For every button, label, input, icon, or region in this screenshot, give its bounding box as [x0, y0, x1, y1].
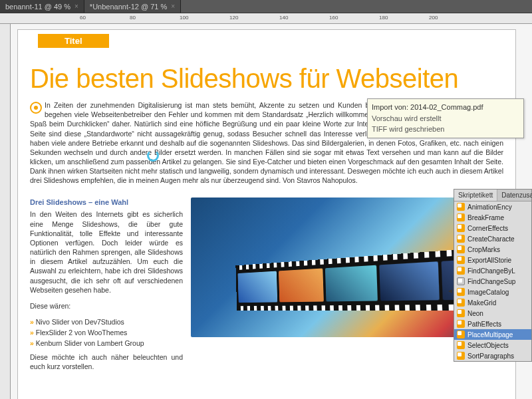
script-icon: [457, 203, 465, 211]
script-icon: [457, 245, 465, 253]
tab-label: benannt-11 @ 49 %: [5, 3, 70, 11]
script-icon: [457, 341, 465, 349]
ruler-tick: 80: [130, 15, 136, 21]
bullet-list: Nivo Slider von Dev7Studios FlexSlider 2…: [30, 317, 183, 348]
tooltip-title: Import von: 2014-02_Commag.pdf: [372, 102, 519, 113]
script-item[interactable]: FindChangeSup: [454, 276, 531, 287]
script-label: CreateCharacte: [467, 235, 515, 243]
tab-label: *Unbenannt-12 @ 71 %: [90, 3, 167, 11]
script-item[interactable]: CropMarks: [454, 244, 531, 255]
script-item[interactable]: SortParagraphs: [454, 350, 531, 361]
list-item: FlexSlider 2 von WooThemes: [30, 328, 183, 337]
script-item[interactable]: ImageCatalog: [454, 287, 531, 297]
ruler-tick: 180: [379, 15, 388, 21]
panel-tabs: Skriptetikett Datenzusamm: [454, 190, 531, 201]
script-item[interactable]: FindChangeByL: [454, 265, 531, 276]
scripts-panel: Skriptetikett Datenzusamm AnimationEncyB…: [454, 189, 532, 362]
script-icon: [457, 235, 465, 243]
script-label: CropMarks: [467, 246, 500, 253]
script-label: SortParagraphs: [467, 352, 514, 360]
ruler-tick: 140: [279, 15, 288, 21]
script-item[interactable]: MakeGrid: [454, 297, 531, 308]
script-label: BreakFrame: [467, 214, 504, 221]
script-icon: [457, 352, 465, 360]
ruler-tick: 200: [429, 15, 438, 21]
import-progress-tooltip: Import von: 2014-02_Commag.pdf Vorschau …: [367, 98, 524, 138]
script-item[interactable]: PathEffects: [454, 319, 531, 329]
script-label: CornerEffects: [467, 225, 508, 232]
script-label: PlaceMultipage: [467, 331, 513, 338]
ruler-tick: 60: [80, 15, 86, 21]
script-icon: [457, 320, 465, 328]
horizontal-ruler[interactable]: 60 80 100 120 140 160 180 200: [0, 13, 532, 24]
script-item[interactable]: AnimationEncy: [454, 201, 531, 212]
folder-icon: [457, 277, 465, 285]
close-icon[interactable]: ×: [171, 3, 175, 10]
close-icon[interactable]: ×: [74, 3, 78, 10]
script-label: PathEffects: [467, 321, 501, 328]
workspace: Titel Die besten Slideshows für Webseite…: [0, 24, 532, 399]
script-label: ImageCatalog: [467, 289, 509, 296]
script-item[interactable]: ExportAllStorie: [454, 255, 531, 265]
script-item[interactable]: Neon: [454, 308, 531, 319]
ruler-tick: 100: [180, 15, 188, 21]
ruler-tick: 120: [229, 15, 238, 21]
script-item[interactable]: CornerEffects: [454, 223, 531, 233]
tooltip-line: TIFF wird geschrieben: [372, 124, 519, 135]
script-label: SelectObjects: [467, 342, 509, 349]
script-icon: [457, 309, 465, 317]
vertical-ruler[interactable]: [0, 24, 11, 399]
script-icon: [457, 288, 465, 296]
panel-tab-scriptlabel[interactable]: Skriptetikett: [454, 190, 497, 201]
script-icon: [457, 213, 465, 221]
list-item: Nivo Slider von Dev7Studios: [30, 317, 183, 327]
document-tabs: benannt-11 @ 49 % × *Unbenannt-12 @ 71 %…: [0, 0, 532, 13]
bullet-icon: [30, 102, 42, 114]
paragraph: In den Weiten des Internets gibt es sich…: [30, 209, 183, 295]
tooltip-line: Vorschau wird erstellt: [372, 113, 519, 124]
ruler-tick: 160: [329, 15, 338, 21]
script-icon: [457, 331, 465, 338]
script-label: FindChangeSup: [467, 278, 515, 285]
script-label: ExportAllStorie: [467, 257, 511, 264]
page[interactable]: Titel Die besten Slideshows für Webseite…: [17, 29, 516, 399]
panel-tab-datamerge[interactable]: Datenzusamm: [497, 190, 532, 201]
script-label: MakeGrid: [467, 299, 496, 307]
left-column[interactable]: Drei Slideshows – eine Wahl In den Weite…: [30, 198, 183, 378]
script-label: AnimationEncy: [467, 203, 512, 211]
script-icon: [457, 299, 465, 307]
list-item: Kenburn Slider von Lambert Group: [30, 338, 183, 348]
script-label: FindChangeByL: [467, 267, 515, 275]
script-list[interactable]: AnimationEncyBreakFrameCornerEffectsCrea…: [454, 201, 531, 361]
script-item[interactable]: CreateCharacte: [454, 233, 531, 244]
document-tab[interactable]: benannt-11 @ 49 % ×: [0, 0, 84, 13]
script-label: Neon: [467, 310, 483, 317]
script-icon: [457, 224, 465, 232]
script-icon: [457, 267, 465, 275]
script-icon: [457, 256, 465, 264]
headline[interactable]: Die besten Slideshows für Webseiten: [30, 64, 503, 94]
paragraph: Diese möchte ich auch näher beleuchten u…: [30, 352, 183, 371]
paragraph: Diese wären:: [30, 301, 183, 311]
title-placeholder[interactable]: Titel: [38, 34, 109, 48]
script-item[interactable]: BreakFrame: [454, 212, 531, 223]
script-item[interactable]: SelectObjects: [454, 340, 531, 350]
sub-heading: Drei Slideshows – eine Wahl: [30, 198, 183, 207]
script-item[interactable]: PlaceMultipage: [454, 329, 531, 340]
busy-cursor-icon: [147, 150, 159, 162]
document-tab[interactable]: *Unbenannt-12 @ 71 % ×: [84, 0, 181, 13]
panel-collapse-icon[interactable]: ◂: [448, 286, 452, 295]
